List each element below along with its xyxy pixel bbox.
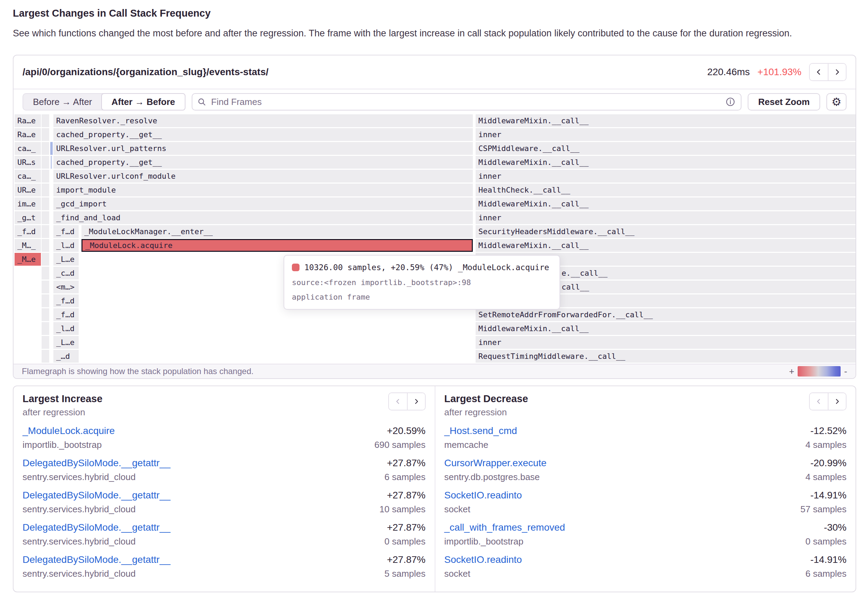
flame-frame[interactable]: <m…> [53,281,79,293]
flame-frame-before[interactable]: _f…d [15,225,41,238]
flame-frame-after[interactable]: MiddlewareMixin.__call__ [476,322,856,335]
flame-frame[interactable]: URLResolver.url_patterns [53,142,473,155]
settings-button[interactable]: ⚙ [826,93,846,111]
decrease-subtitle: after regression [445,406,528,418]
decrease-prev-button[interactable] [810,393,828,410]
flame-frame-after[interactable]: SecurityHeadersMiddleware.__call__ [476,225,856,238]
flame-frame[interactable]: _l…d [53,322,79,335]
flame-frame-before[interactable] [42,336,49,349]
toggle-after-before[interactable]: After → Before [101,93,185,111]
flame-frame[interactable]: _find_and_load [53,211,473,224]
prev-endpoint-button[interactable] [810,64,828,80]
flame-frame-before[interactable] [42,197,49,210]
module-name: socket [445,502,470,516]
function-link[interactable]: DelegatedBySiloMode.__getattr__ [23,553,171,567]
flame-frame-after[interactable]: HealthCheck.__call__ [476,184,856,197]
flame-frame[interactable]: _…d [53,350,79,362]
flame-frame[interactable]: _ModuleLockManager.__enter__ [82,225,473,238]
flame-frame[interactable]: _f…d [53,295,79,307]
function-link[interactable]: _Host.send_cmd [445,424,517,438]
flame-frame[interactable]: _L…e [53,336,79,349]
flame-frame-before[interactable] [42,281,49,293]
flame-frame-before[interactable]: ca…_ [15,142,41,155]
flame-frame[interactable]: _c…d [53,267,79,280]
flame-frame-before[interactable] [42,225,49,238]
flame-frame-after[interactable]: inner [476,211,856,224]
flame-frame-before[interactable] [42,350,49,362]
flame-frame[interactable]: _l…d [53,239,79,252]
increase-prev-button[interactable] [389,393,407,410]
change-percent: -30% [824,520,846,535]
flame-frame-after[interactable]: MiddlewareMixin.__call__ [476,156,856,169]
endpoint-pager [809,63,846,81]
function-link[interactable]: DelegatedBySiloMode.__getattr__ [23,520,171,535]
flame-frame[interactable]: RavenResolver._resolve [53,114,473,127]
flame-frame-before[interactable] [42,308,49,321]
flame-frame-after[interactable]: inner [476,128,856,141]
flame-frame[interactable]: _f…d [53,225,79,238]
increase-next-button[interactable] [407,393,425,410]
sample-count: 5 samples [385,567,426,580]
function-link[interactable]: _ModuleLock.acquire [23,424,115,438]
flame-frame[interactable]: _f…d [53,308,79,321]
function-link[interactable]: DelegatedBySiloMode.__getattr__ [23,488,171,502]
function-link[interactable]: CursorWrapper.execute [445,456,547,470]
flame-frame-after[interactable]: MiddlewareMixin.__call__ [476,239,856,252]
reset-zoom-button[interactable]: Reset Zoom [748,93,820,111]
function-link[interactable]: DelegatedBySiloMode.__getattr__ [23,456,171,470]
flame-frame-after[interactable]: inner [476,170,856,183]
flame-frame[interactable]: import_module [53,184,473,197]
flame-frame-sliver[interactable] [50,142,53,155]
flame-frame-before[interactable] [42,184,49,197]
flame-frame-before[interactable]: Ra…e [15,114,41,127]
flame-frame-after[interactable]: inner [476,336,856,349]
function-link[interactable]: SocketIO.readinto [445,553,522,567]
search-icon [197,97,206,106]
toggle-before-after[interactable]: Before → After [23,94,102,110]
flame-frame-after[interactable]: RequestTimingMiddleware.__call__ [476,350,856,362]
flame-frame-selected[interactable]: _ModuleLock.acquire [82,239,473,252]
flame-frame[interactable]: cached_property.__get__ [53,128,473,141]
flame-frame-before[interactable]: ca…_ [15,170,41,183]
flame-frame-before[interactable] [42,170,49,183]
next-endpoint-button[interactable] [828,64,846,80]
flame-frame-before[interactable] [42,211,49,224]
flame-frame[interactable]: _L…e [53,253,79,266]
increase-pager [388,392,426,410]
flame-frame-sliver[interactable] [51,156,52,169]
function-link[interactable]: _call_with_frames_removed [445,520,565,535]
flame-frame-after[interactable]: CSPMiddleware.__call__ [476,142,856,155]
flame-frame-before[interactable]: Ra…e [15,128,41,141]
find-frames-search[interactable] [192,93,742,111]
flame-frame-before[interactable] [42,267,49,280]
decrease-next-button[interactable] [828,393,846,410]
flame-frame-before[interactable]: UR…s [15,156,41,169]
flame-frame-after[interactable]: SetRemoteAddrFromForwardedFor.__call__ [476,308,856,321]
flame-frame-after[interactable]: MiddlewareMixin.__call__ [476,114,856,127]
flame-frame-before[interactable]: UR…e [15,184,41,197]
flamegraph-canvas[interactable]: 10326.00 samples, +20.59% (47%) _ModuleL… [14,114,856,364]
function-link[interactable]: SocketIO.readinto [445,488,522,502]
flame-frame-before[interactable]: _g…t [15,211,41,224]
flame-frame-before[interactable] [42,128,49,141]
sample-count: 4 samples [806,438,847,452]
flame-frame-before[interactable]: _M…e [15,253,41,266]
flame-frame-before[interactable] [42,253,49,266]
legend-plus-label: + [789,366,794,377]
flame-frame-after[interactable]: MiddlewareMixin.__call__ [476,197,856,210]
info-icon[interactable] [725,97,735,107]
flame-frame-before[interactable] [42,142,49,155]
chevron-left-icon [394,398,402,405]
flame-frame-before[interactable]: im…e [15,197,41,210]
flame-frame[interactable]: URLResolver.urlconf_module [53,170,473,183]
flame-frame-before[interactable] [42,156,49,169]
flame-frame-before[interactable]: _M…_ [15,239,41,252]
flame-frame-before[interactable] [42,114,49,127]
flame-frame-before[interactable] [42,322,49,335]
flame-frame-before[interactable] [42,239,49,252]
function-list-item: _ModuleLock.acquire+20.59%importlib._boo… [23,424,426,452]
flame-frame[interactable]: _gcd_import [53,197,473,210]
flame-frame[interactable]: cached_property.__get__ [53,156,473,169]
flame-frame-before[interactable] [42,295,49,307]
search-input[interactable] [211,96,725,108]
